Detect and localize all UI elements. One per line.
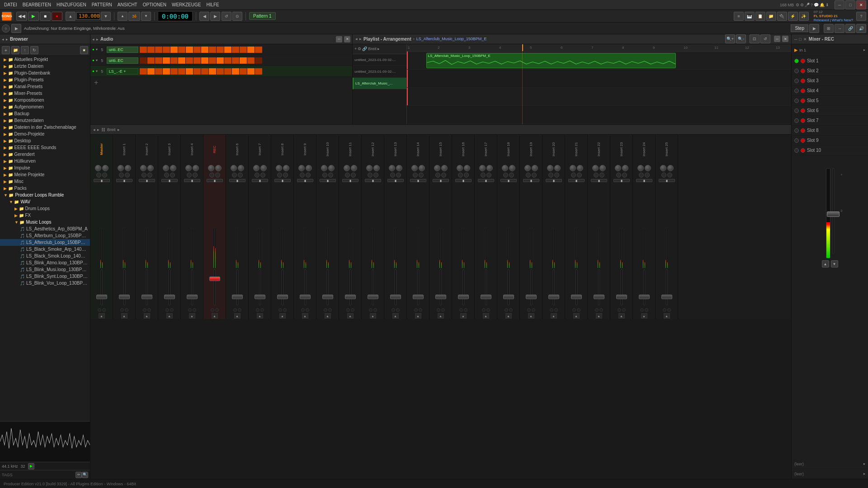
rp-fader-down-btn[interactable]: ▼ [831,260,838,267]
mixer-mute-btn-6[interactable] [232,173,237,178]
pad[interactable] [140,47,147,53]
mixer-send-dot-1-22[interactable] [595,308,599,312]
mixer-pan-strip-1[interactable] [116,179,132,182]
pad[interactable] [163,47,170,53]
mixer-send-dot-1-18[interactable] [505,308,508,312]
mixer-pan-strip-21[interactable] [568,179,585,182]
mixer-track-name-18[interactable]: Insert 18 [506,135,510,164]
mixer-send-dot-2-5[interactable] [215,308,219,312]
pl-minimize-btn[interactable]: ─ [774,36,780,42]
mixer-knob-pan-13[interactable] [396,165,402,171]
mixer-knob-vol-4[interactable] [185,165,192,171]
mixer-send-dot-2-21[interactable] [577,308,580,312]
browser-item-31[interactable]: 🎵LS_Blink_Musi.loop_130BPM_Am [0,266,90,273]
mixer-arrow-btn-7[interactable]: ▲ [257,313,263,319]
mixer-pan-strip-5[interactable] [207,179,223,182]
mixer-track-22[interactable]: Insert 22 [588,135,610,319]
mixer-send-dot-2-13[interactable] [396,308,400,312]
mixer-knob-pan-2[interactable] [147,165,154,171]
mixer-pan-strip-11[interactable] [342,179,359,182]
rp-slot-8[interactable]: Slot 8 [792,126,868,136]
mixer-knob-pan-24[interactable] [645,165,651,171]
mixer-send-dot-1-15[interactable] [437,308,440,312]
close-btn[interactable]: ✕ [856,0,866,9]
pad[interactable] [209,68,216,75]
pad[interactable] [186,57,193,64]
browser-item-25[interactable]: 🎵LS_Aesthetics_Arp_80BPM_A [0,225,90,232]
pad[interactable] [247,47,255,53]
rp-maximize-btn[interactable]: □ [799,37,801,42]
pl-snap[interactable]: ⊡ [750,34,760,43]
metronome-circle[interactable]: ○ [2,24,10,33]
pad[interactable] [178,57,185,64]
pad[interactable] [155,57,162,64]
mixer-send-dot-1-19[interactable] [527,308,531,312]
menu-hilfe[interactable]: HILFE [204,1,221,8]
mixer-arrow-btn-0[interactable]: ▲ [99,313,105,319]
mixer-knob-pan-14[interactable] [419,165,425,171]
mixer-knob-pan-25[interactable] [667,165,674,171]
browser-item-14[interactable]: ▶ 📁Gerendert [0,151,90,158]
mixer-knob-vol-23[interactable] [615,165,621,171]
mic-icon[interactable]: 🎤 [805,3,810,7]
mixer-nav-next[interactable]: ▸ [97,127,99,132]
ch2-arrow[interactable]: ▾ [96,58,98,62]
mixer-knob-pan-7[interactable] [260,165,267,171]
pad[interactable] [178,47,185,53]
browser-item-10[interactable]: ▶ 📁Dateien in der Zwischenablage [0,124,90,131]
mixer-knob-vol-13[interactable] [389,165,395,171]
mixer-knob-vol-16[interactable] [457,165,463,171]
pad[interactable] [140,68,147,75]
mixer-fader-handle-17[interactable] [481,295,491,299]
mixer-fader-handle-14[interactable] [413,295,424,299]
rp-input-routing[interactable]: ▶ In 1 ▸ [792,44,868,56]
mixer-fader-handle-25[interactable] [661,295,672,299]
mixer-solo-btn-9[interactable] [306,173,311,178]
pad[interactable] [240,68,247,75]
rp-slot-3[interactable]: Slot 3 [792,76,868,86]
mixer-knob-pan-1[interactable] [125,165,131,171]
mixer-knob-vol-19[interactable] [524,165,531,171]
snap-down-btn[interactable]: ▼ [141,12,151,21]
browser-item-33[interactable]: 🎵LS_Blink_Vox_Loop_130BPM_Am [0,280,90,286]
mixer-track-name-9[interactable]: Insert 9 [303,135,307,164]
mixer-track-name-10[interactable]: Insert 10 [326,135,330,164]
mixer-send-dot-2-17[interactable] [486,308,490,312]
add-channel-btn[interactable]: + [90,77,352,89]
audio-minimize-btn[interactable]: ─ [336,36,342,42]
browser-item-26[interactable]: 🎵LS_Afterburn_Loop_150BPM_E [0,232,90,239]
mixer-knob-pan-3[interactable] [170,165,176,171]
audio-nav-next[interactable]: ▸ [96,37,99,42]
mixer-fader-handle-20[interactable] [548,295,559,299]
browser-item-29[interactable]: 🎵LS_Black_Smok.Loop_140BPM_G [0,253,90,259]
pl-add-icon[interactable]: + [354,47,357,51]
mixer-track-name-0[interactable]: Master [99,135,104,164]
mixer-knob-vol-10[interactable] [321,165,327,171]
mixer-fader-handle-24[interactable] [639,295,650,299]
mixer-track-name-13[interactable]: Insert 13 [393,135,397,164]
mixer-solo-btn-10[interactable] [328,173,333,178]
browser-item-5[interactable]: ▶ 📁Mixer-Presets [0,90,90,97]
browser-up-btn[interactable]: ↑ [21,46,29,54]
mixer-arrow-btn-10[interactable]: ▲ [325,313,331,319]
browser-item-19[interactable]: ▶ 📁Packs [0,185,90,192]
effects-btn[interactable]: ✨ [799,12,809,21]
mixer-send-dot-2-14[interactable] [419,308,422,312]
mixer-pan-strip-8[interactable] [274,179,291,182]
mixer-mute-btn-23[interactable] [616,173,621,178]
mixer-knob-pan-0[interactable] [102,165,108,171]
generator-btn[interactable]: ⚡ [788,12,798,21]
mixer-mute-btn-4[interactable] [187,173,192,178]
pad[interactable] [232,47,239,53]
step-forward-btn[interactable]: ▶ [809,24,819,33]
mixer-track-name-20[interactable]: Insert 20 [552,135,556,164]
mixer-track-2[interactable]: Insert 2 [136,135,158,319]
pad[interactable] [209,47,216,53]
mixer-knob-vol-7[interactable] [253,165,259,171]
mixer-arrow-btn-2[interactable]: ▲ [144,313,150,319]
snap-up-btn[interactable]: ▲ [118,12,127,21]
browser-item-17[interactable]: ▶ 📁Meine Projekte [0,171,90,178]
play-btn[interactable]: ▶ [28,12,39,21]
settings-icon[interactable]: ⚙ [800,3,804,7]
browser-item-15[interactable]: ▶ 📁Hüllkurven [0,158,90,164]
